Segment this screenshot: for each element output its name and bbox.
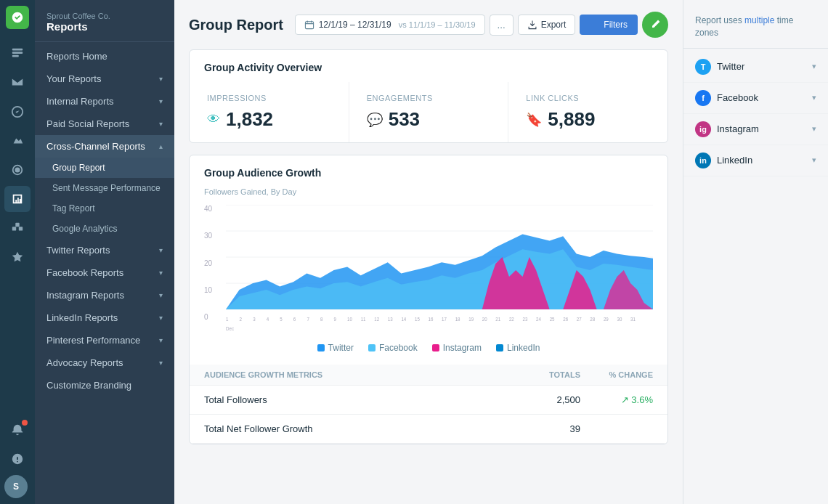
rail-reports-icon[interactable]: [4, 186, 31, 212]
chevron-icon: ▾: [159, 336, 163, 344]
chevron-icon: ▾: [159, 359, 163, 367]
rail-compose-icon[interactable]: [4, 41, 31, 67]
svg-text:16: 16: [429, 317, 434, 322]
instagram-network-icon: ig: [695, 121, 711, 137]
panel-network-instagram-left: ig Instagram: [695, 121, 759, 137]
sidebar-item-instagram-reports[interactable]: Instagram Reports ▾: [35, 284, 174, 306]
sidebar-item-customize-branding[interactable]: Customize Branding: [35, 374, 174, 397]
rail-bottom: S: [4, 417, 31, 498]
svg-text:4: 4: [267, 317, 269, 322]
sidebar-item-advocacy-reports[interactable]: Advocacy Reports ▾: [35, 351, 174, 374]
table-header-row: Audience Growth Metrics Totals % Change: [190, 365, 667, 386]
table-row-net-follower: Total Net Follower Growth 39: [190, 415, 667, 444]
metric-impressions-label: Impressions: [207, 94, 331, 102]
notification-badge: [22, 420, 28, 426]
metric-engagements-value: 533: [389, 108, 420, 131]
sidebar-item-internal-reports[interactable]: Internal Reports ▾: [35, 90, 174, 113]
sidebar-item-facebook-reports[interactable]: Facebook Reports ▾: [35, 261, 174, 284]
y-label-40: 40: [204, 205, 212, 213]
sidebar-item-pinterest[interactable]: Pinterest Performance ▾: [35, 329, 174, 351]
chevron-icon: ▾: [159, 75, 163, 83]
row-metric-total-followers: Total Followers: [204, 394, 508, 405]
rail-tasks-icon[interactable]: [4, 99, 31, 125]
panel-network-twitter[interactable]: T Twitter ▾: [683, 52, 828, 83]
rail-publishing-icon[interactable]: [4, 128, 31, 154]
compose-button[interactable]: [642, 12, 668, 38]
legend-linkedin: LinkedIn: [496, 343, 540, 353]
sidebar-item-linkedin-reports[interactable]: LinkedIn Reports ▾: [35, 306, 174, 329]
overview-card: Group Activity Overview Impressions 👁 1,…: [189, 49, 668, 143]
svg-text:10: 10: [347, 317, 352, 322]
sidebar-sub-sent-message[interactable]: Sent Message Performance: [35, 178, 174, 198]
col-header-metric: Audience Growth Metrics: [204, 370, 508, 379]
rail-help-icon[interactable]: [4, 446, 31, 472]
chart-section: Followers Gained, By Day 40 30 20 10 0: [190, 187, 667, 365]
sidebar-sub-tag-report[interactable]: Tag Report: [35, 198, 174, 219]
svg-text:3: 3: [253, 317, 256, 322]
company-name: Sprout Coffee Co.: [46, 12, 163, 20]
rail-advocacy-icon[interactable]: [4, 244, 31, 270]
svg-text:2: 2: [240, 317, 243, 322]
legend-twitter-dot: [317, 344, 325, 351]
panel-network-linkedin[interactable]: in LinkedIn ▾: [683, 145, 828, 176]
chart-legend: Twitter Facebook Instagram LinkedIn: [204, 343, 653, 353]
chevron-icon: ▾: [159, 269, 163, 277]
more-options-button[interactable]: ...: [490, 15, 514, 36]
metrics-row: Impressions 👁 1,832 Engagements 💬 533 Li…: [190, 82, 667, 142]
row-metric-net-follower: Total Net Follower Growth: [204, 423, 508, 434]
arrow-up-icon: ↗: [621, 394, 629, 405]
svg-text:23: 23: [523, 317, 528, 322]
date-range-button[interactable]: 12/1/19 – 12/31/19 vs 11/1/19 – 11/30/19: [295, 15, 485, 35]
panel-chevron-instagram: ▾: [812, 124, 816, 134]
sidebar-item-twitter-reports[interactable]: Twitter Reports ▾: [35, 239, 174, 261]
y-label-20: 20: [204, 259, 212, 267]
sidebar-section-title: Reports: [46, 20, 163, 33]
legend-facebook-dot: [368, 344, 376, 351]
row-total-followers-value: 2,500: [508, 394, 580, 405]
rail-notifications-icon[interactable]: [4, 417, 31, 443]
filters-button[interactable]: Filters: [580, 15, 638, 35]
sidebar-sub-group-report[interactable]: Group Report: [35, 158, 174, 178]
sidebar-item-your-reports[interactable]: Your Reports ▾: [35, 68, 174, 90]
metric-impressions: Impressions 👁 1,832: [190, 82, 349, 142]
legend-twitter-label: Twitter: [328, 343, 354, 353]
svg-text:11: 11: [361, 317, 366, 322]
y-label-0: 0: [204, 313, 212, 321]
svg-text:5: 5: [280, 317, 283, 322]
logo-icon[interactable]: [6, 6, 29, 29]
sidebar-item-reports-home[interactable]: Reports Home: [35, 45, 174, 68]
panel-notice: Report uses multiple time zones: [683, 9, 828, 49]
panel-network-facebook[interactable]: f Facebook ▾: [683, 83, 828, 114]
panel-network-instagram[interactable]: ig Instagram ▾: [683, 114, 828, 145]
header-actions: 12/1/19 – 12/31/19 vs 11/1/19 – 11/30/19…: [295, 12, 668, 38]
rail-social-icon[interactable]: [4, 215, 31, 241]
sidebar-sub-google-analytics[interactable]: Google Analytics: [35, 219, 174, 239]
export-label: Export: [541, 20, 567, 30]
svg-text:27: 27: [577, 317, 582, 322]
svg-rect-0: [12, 49, 23, 51]
legend-facebook: Facebook: [368, 343, 418, 353]
table-section: Audience Growth Metrics Totals % Change …: [190, 365, 667, 444]
metric-impressions-value: 1,832: [226, 108, 273, 131]
chevron-icon: ▴: [159, 142, 163, 150]
user-avatar[interactable]: S: [4, 475, 28, 498]
svg-text:21: 21: [495, 317, 500, 322]
svg-text:31: 31: [630, 317, 636, 322]
export-button[interactable]: Export: [518, 15, 576, 35]
svg-text:26: 26: [563, 317, 568, 322]
svg-text:1: 1: [226, 317, 229, 322]
rail-messages-icon[interactable]: [4, 70, 31, 96]
sidebar-item-cross-channel[interactable]: Cross-Channel Reports ▴: [35, 135, 174, 158]
svg-text:6: 6: [293, 317, 296, 322]
twitter-network-label: Twitter: [717, 61, 744, 72]
svg-text:28: 28: [590, 317, 595, 322]
multiple-timezones-link[interactable]: multiple: [744, 15, 774, 25]
sidebar-item-paid-social[interactable]: Paid Social Reports ▾: [35, 113, 174, 135]
svg-text:8: 8: [320, 317, 323, 322]
rail-listening-icon[interactable]: [4, 157, 31, 183]
facebook-network-label: Facebook: [717, 92, 758, 103]
chevron-icon: ▾: [159, 120, 163, 128]
col-header-change: % Change: [580, 370, 653, 379]
svg-text:9: 9: [334, 317, 337, 322]
svg-rect-4: [12, 227, 16, 230]
